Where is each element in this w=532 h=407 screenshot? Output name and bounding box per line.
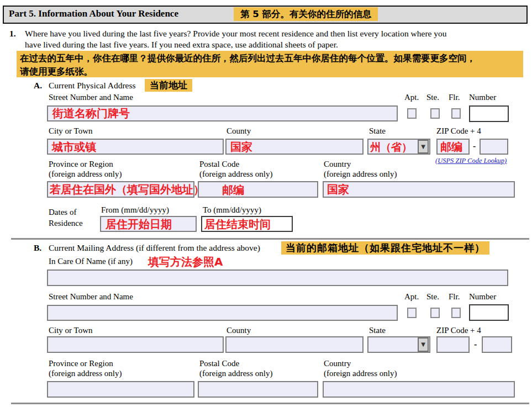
zip-hyphen-a: - <box>473 141 476 151</box>
in-care-hint-b: 填写方法参照A <box>148 256 223 267</box>
county-label-a: County <box>227 126 251 136</box>
country-input-b[interactable] <box>323 381 515 398</box>
section-a-title-cn-highlight: 当前地址 <box>145 79 192 92</box>
section-b-title: Current Mailing Address (if different fr… <box>49 243 260 253</box>
zip4-input-a[interactable] <box>480 139 508 155</box>
question1-cn-line1: 在过去的五年中，你住在哪里？提供你最近的住所，然后列出过去五年中你居住的每个位置… <box>20 52 523 65</box>
province-input-b[interactable] <box>47 381 194 398</box>
state-hint-a: 州（省） <box>370 141 412 152</box>
number-label-b: Number <box>469 292 496 302</box>
zip-label-b: ZIP Code + 4 <box>436 326 481 335</box>
flr-label-b: Flr. <box>449 292 460 302</box>
city-input-b[interactable] <box>47 336 224 353</box>
postal-hint-a: 邮编 <box>222 184 244 195</box>
state-label-b: State <box>369 326 386 335</box>
zip4-input-b[interactable] <box>482 336 512 353</box>
postal-foreign-label-a: (foreign address only) <box>199 170 272 179</box>
street-input-b[interactable] <box>47 305 398 321</box>
form-page: Part 5. Information About Your Residence… <box>0 0 532 407</box>
question1-cn-highlight: 在过去的五年中，你住在哪里？提供你最近的住所，然后列出过去五年中你居住的每个位置… <box>17 51 523 77</box>
bottom-divider <box>11 403 529 404</box>
section-a-letter: A. <box>34 81 42 91</box>
ste-checkbox-b[interactable] <box>430 308 440 318</box>
section-divider <box>11 238 529 240</box>
date-from-label: From (mm/dd/yyyy) <box>101 205 169 215</box>
postal-input-b[interactable] <box>198 381 318 398</box>
postal-label-b: Postal Code <box>199 359 239 368</box>
in-care-input-b[interactable] <box>47 269 508 286</box>
date-to-label: To (mm/dd/yyyy) <box>203 205 261 215</box>
county-label-b: County <box>227 326 251 335</box>
part5-title: Part 5. Information About Your Residence <box>9 8 178 19</box>
country-label-a: Country <box>324 160 351 169</box>
ste-label-a: Ste. <box>426 93 439 102</box>
flr-label-a: Flr. <box>449 93 460 102</box>
county-input-b[interactable] <box>225 336 364 353</box>
unit-number-input-b[interactable] <box>469 304 509 321</box>
in-care-label-b: In Care Of Name (if any) <box>49 257 133 266</box>
province-label-b: Province or Region <box>49 359 113 368</box>
country-label-b: Country <box>324 359 351 368</box>
province-hint-a: 若居住在国外（填写国外地址） <box>50 184 204 195</box>
part5-title-cn-highlight: 第 5 部分。有关你的住所的信息 <box>234 7 378 21</box>
date-from-hint-a: 居住开始日期 <box>106 219 172 230</box>
street-label-a: Street Number and Name <box>49 93 133 102</box>
country-foreign-label-b: (foreign address only) <box>324 369 397 378</box>
city-hint-a: 城市或镇 <box>52 141 96 152</box>
province-foreign-label-a: (foreign address only) <box>49 170 122 179</box>
county-hint-a: 国家 <box>230 141 252 152</box>
apt-label-b: Apt. <box>404 292 419 302</box>
number-label-a: Number <box>469 93 496 102</box>
chevron-down-icon[interactable]: ▼ <box>418 337 429 352</box>
country-hint-a: 国家 <box>327 184 349 195</box>
section-b-title-cn-highlight: 当前的邮箱地址（如果跟住宅地址不一样） <box>281 241 489 255</box>
apt-label-a: Apt. <box>404 93 419 102</box>
flr-checkbox-a[interactable] <box>451 108 461 119</box>
postal-foreign-label-b: (foreign address only) <box>199 369 272 378</box>
section-a-title: Current Physical Address <box>49 81 136 91</box>
section-b-letter: B. <box>34 243 41 253</box>
street-hint-a: 街道名称门牌号 <box>52 108 130 119</box>
zip-hint-a: 邮编 <box>440 141 462 152</box>
street-label-b: Street Number and Name <box>49 292 133 302</box>
flr-checkbox-b[interactable] <box>451 308 461 318</box>
apt-checkbox-a[interactable] <box>407 108 417 119</box>
question1-cn-line2: 请使用更多纸张。 <box>20 65 523 78</box>
ste-label-b: Ste. <box>426 292 439 302</box>
postal-label-a: Postal Code <box>199 160 239 169</box>
country-foreign-label-a: (foreign address only) <box>324 170 397 179</box>
question1-line1: Where have you lived during the last fiv… <box>25 29 447 39</box>
province-foreign-label-b: (foreign address only) <box>49 369 122 378</box>
question1-number: 1. <box>9 29 16 39</box>
unit-number-input-a[interactable] <box>469 105 509 122</box>
dates-label-line1: Dates of <box>49 208 76 217</box>
province-label-a: Province or Region <box>49 160 113 169</box>
usps-zip-lookup-link[interactable]: (USPS ZIP Code Lookup) <box>435 157 507 165</box>
postal-input-a[interactable] <box>198 181 318 198</box>
part5-header-bar: Part 5. Information About Your Residence… <box>3 6 528 24</box>
zip-label-a: ZIP Code + 4 <box>436 126 481 136</box>
apt-checkbox-b[interactable] <box>407 308 417 318</box>
city-label-a: City or Town <box>49 126 93 136</box>
dates-label-line2: Residence <box>49 219 83 228</box>
zip-hyphen-b: - <box>474 340 477 350</box>
zip-input-b[interactable] <box>436 336 470 353</box>
date-to-hint-a: 居住结束时间 <box>204 219 271 230</box>
question1-line2: have lived during the last five years. I… <box>25 40 338 50</box>
country-input-a[interactable] <box>323 181 515 198</box>
ste-checkbox-a[interactable] <box>430 108 440 119</box>
city-label-b: City or Town <box>49 326 93 335</box>
chevron-down-icon[interactable]: ▼ <box>418 140 429 154</box>
state-label-a: State <box>369 126 386 136</box>
